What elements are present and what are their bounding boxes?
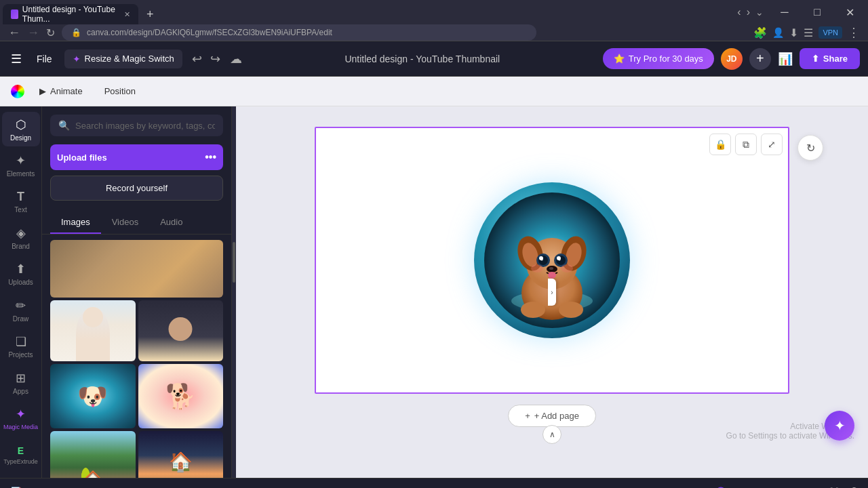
plus-icon: +	[525, 411, 530, 421]
record-yourself-button[interactable]: Record yourself	[50, 176, 223, 201]
active-tab[interactable]: Untitled design - YouTube Thum... ✕	[3, 4, 138, 24]
more-tabs-btn[interactable]: ⌄	[755, 7, 764, 18]
media-tabs: Images Videos Audio	[42, 206, 231, 235]
image-row: 🐶 🐕	[50, 364, 223, 428]
search-input[interactable]	[75, 121, 215, 131]
svg-point-20	[531, 264, 543, 272]
lock-button[interactable]: 🔒	[709, 134, 731, 155]
image-thumbnail[interactable]	[50, 240, 223, 298]
image-thumbnail[interactable]	[50, 300, 136, 361]
puppy-svg	[484, 192, 620, 328]
add-collaborator-button[interactable]: +	[749, 48, 771, 70]
animate-button[interactable]: ▶ Animate	[33, 82, 90, 100]
color-wheel-button[interactable]	[11, 85, 24, 98]
upload-files-button[interactable]: Upload files •••	[50, 144, 223, 170]
design-title: Untitled design - YouTube Thumbnail	[344, 54, 500, 64]
close-button[interactable]: ✕	[834, 0, 865, 24]
left-sidebar: ⬡ Design ✦ Elements T Text ◈ Brand ⬆ Upl…	[0, 106, 42, 478]
refresh-button[interactable]: ↻	[797, 135, 823, 161]
fullscreen-button[interactable]: ⛶	[825, 484, 843, 489]
sidebar-item-brand[interactable]: ◈ Brand	[2, 220, 40, 255]
design-icon: ⬡	[16, 117, 26, 132]
accessibility-button[interactable]: ✦	[825, 411, 854, 441]
file-button[interactable]: File	[31, 51, 58, 67]
tab-audio[interactable]: Audio	[149, 211, 193, 234]
share-button[interactable]: ⬆ Share	[800, 48, 860, 69]
typeextrude-icon: E	[18, 445, 24, 456]
image-thumbnail[interactable]: 🐕	[138, 364, 224, 428]
sidebar-item-elements[interactable]: ✦ Elements	[2, 148, 40, 182]
footer-bar: 📝 Notes Page 1 / 1 69% ⊞ ⛶ ?	[0, 478, 868, 488]
tab-close-icon[interactable]: ✕	[124, 10, 130, 19]
grid-view-button[interactable]: ⊞	[806, 484, 823, 489]
image-thumbnail[interactable]: 🐶	[50, 364, 136, 428]
svg-point-4	[559, 302, 583, 318]
url-text: canva.com/design/DAGKlQ6Lgmw/fSECxZGl3bw…	[87, 28, 332, 37]
analytics-button[interactable]: 📊	[778, 52, 793, 66]
redo-button[interactable]: ↪	[208, 49, 223, 69]
animate-icon: ▶	[39, 86, 46, 96]
sidebar-item-projects[interactable]: ❏ Projects	[2, 329, 40, 363]
maximize-button[interactable]: □	[802, 0, 833, 24]
canvas-actions: 🔒 ⧉ ⤢	[709, 134, 783, 155]
add-page-button[interactable]: + + Add page	[508, 405, 596, 427]
profile-btn[interactable]: 👤	[772, 27, 784, 38]
image-thumbnail[interactable]: 🏡	[50, 431, 136, 478]
back-btn[interactable]: ‹	[737, 6, 741, 18]
sidebar-item-typeextrude[interactable]: E TypeExtrude	[2, 438, 40, 472]
canvas-area: 🔒 ⧉ ⤢ ↻	[236, 106, 868, 478]
sidebar-toggle-btn[interactable]: ☰	[804, 26, 813, 39]
svg-point-19	[549, 267, 553, 270]
browser-menu-btn[interactable]: ⋮	[848, 25, 860, 40]
panel-scrollbar[interactable]	[233, 242, 235, 283]
svg-point-16	[541, 259, 543, 261]
tab-videos[interactable]: Videos	[101, 211, 150, 234]
scroll-up-button[interactable]: ∧	[542, 425, 561, 444]
address-bar[interactable]: 🔒 canva.com/design/DAGKlQ6Lgmw/fSECxZGl3…	[62, 24, 536, 41]
image-row: 🏡 🏠	[50, 431, 223, 478]
search-area: 🔍	[42, 106, 231, 144]
uploads-icon: ⬆	[16, 262, 26, 277]
nav-back[interactable]: ←	[8, 26, 20, 40]
extensions-btn[interactable]: 🧩	[753, 26, 767, 39]
nav-forward[interactable]: →	[27, 26, 39, 40]
user-avatar[interactable]: JD	[721, 48, 743, 70]
upload-more-icon[interactable]: •••	[205, 151, 216, 163]
sidebar-item-design[interactable]: ⬡ Design	[2, 112, 40, 146]
help-button[interactable]: ?	[851, 486, 857, 489]
image-thumbnail[interactable]: 🏠	[138, 431, 224, 478]
cloud-save-button[interactable]: ☁	[230, 52, 242, 66]
share-icon: ⬆	[812, 54, 819, 64]
nav-refresh[interactable]: ↻	[46, 26, 55, 39]
uploads-panel: 🔍 Upload files ••• Record yourself Image…	[42, 106, 232, 478]
image-thumbnail[interactable]	[138, 300, 224, 361]
sidebar-item-draw[interactable]: ✏ Draw	[2, 293, 40, 327]
expand-button[interactable]: ⤢	[761, 134, 783, 155]
draw-icon: ✏	[16, 298, 26, 313]
tab-title: Untitled design - YouTube Thum...	[22, 5, 117, 24]
duplicate-button[interactable]: ⧉	[735, 134, 757, 155]
apps-icon: ⊞	[16, 371, 26, 386]
tab-images[interactable]: Images	[50, 211, 101, 234]
sidebar-item-text[interactable]: T Text	[2, 184, 40, 219]
new-tab-button[interactable]: +	[141, 6, 159, 23]
menu-button[interactable]: ☰	[8, 49, 24, 69]
puppy-image-circle[interactable]	[474, 182, 630, 338]
minimize-button[interactable]: ─	[769, 0, 800, 24]
sidebar-item-uploads[interactable]: ⬆ Uploads	[2, 257, 40, 291]
search-icon: 🔍	[58, 120, 70, 131]
svg-point-21	[561, 264, 573, 272]
sidebar-item-apps[interactable]: ⊞ Apps	[2, 365, 40, 400]
image-row	[50, 240, 223, 298]
sidebar-item-magic-media[interactable]: ✦ Magic Media	[2, 401, 40, 436]
svg-point-22	[548, 272, 556, 279]
position-button[interactable]: Position	[98, 82, 142, 100]
svg-point-17	[559, 259, 561, 261]
try-pro-button[interactable]: ⭐ Try Pro for 30 days	[603, 48, 714, 69]
forward-btn[interactable]: ›	[747, 6, 750, 18]
resize-magic-switch-button[interactable]: ✦ Resize & Magic Switch	[64, 49, 182, 68]
undo-button[interactable]: ↩	[189, 49, 205, 69]
lock-icon: 🔒	[71, 28, 81, 37]
download-btn[interactable]: ⬇	[789, 26, 798, 39]
canvas-frame[interactable]: 🔒 ⧉ ⤢ ↻	[315, 127, 789, 394]
